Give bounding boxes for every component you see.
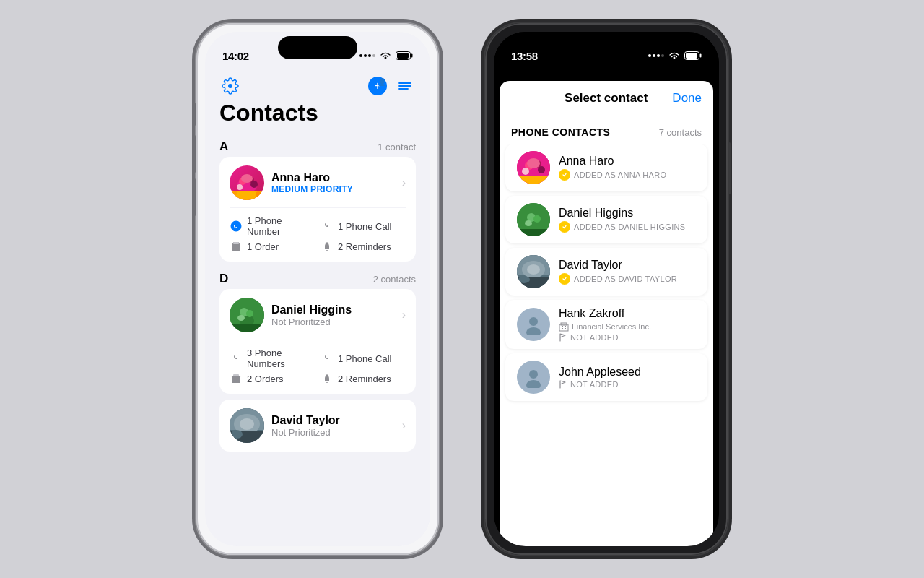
section-d-count: 2 contacts bbox=[373, 274, 416, 285]
subtitle-hank: Financial Services Inc. bbox=[572, 322, 651, 331]
flag-icon-hank bbox=[559, 333, 567, 342]
list-name-david: David Taylor bbox=[559, 259, 696, 272]
phone-contacts-label: Phone Contacts bbox=[511, 126, 610, 138]
svg-rect-67 bbox=[562, 328, 563, 329]
list-item-daniel[interactable]: Daniel Higgins Added as Daniel Higgins bbox=[505, 196, 707, 243]
signal-dot-d3 bbox=[657, 54, 660, 57]
phone-dark: 13:58 bbox=[484, 22, 729, 556]
svg-point-50 bbox=[533, 215, 541, 223]
dynamic-island bbox=[278, 36, 357, 59]
added-row-anna: Added as Anna Haro bbox=[559, 169, 696, 181]
mute-button bbox=[193, 103, 196, 126]
svg-point-57 bbox=[527, 264, 540, 275]
list-avatar-john bbox=[517, 361, 550, 394]
svg-point-19 bbox=[231, 221, 242, 232]
svg-rect-65 bbox=[562, 326, 563, 327]
svg-rect-39 bbox=[686, 53, 697, 59]
section-letter-d: D bbox=[219, 272, 228, 286]
svg-point-36 bbox=[231, 430, 243, 439]
dynamic-island-2 bbox=[567, 36, 646, 59]
section-a-header: A 1 contact bbox=[219, 135, 416, 157]
contact-row-daniel: Daniel Higgins Not Prioritized › bbox=[230, 298, 406, 332]
contact-card-daniel[interactable]: Daniel Higgins Not Prioritized › bbox=[219, 289, 416, 394]
list-item-anna[interactable]: Anna Haro Added as Anna Haro bbox=[505, 144, 707, 191]
modal-screen: Select contact Done Phone Contacts 7 con… bbox=[500, 81, 713, 546]
contact-name-david: David Taylor bbox=[271, 414, 395, 427]
list-info-hank: Hank Zakroff Financia bbox=[559, 307, 696, 342]
list-avatar-hank bbox=[517, 308, 550, 341]
list-info-daniel: Daniel Higgins Added as Daniel Higgins bbox=[559, 207, 696, 233]
contact-info-daniel: Daniel Higgins Not Prioritized bbox=[271, 303, 395, 327]
contact-card-anna[interactable]: Anna Haro Medium Priority › bbox=[219, 157, 416, 262]
detail-reminders-daniel: 2 Reminders bbox=[321, 372, 406, 385]
phone-gray-icon-3 bbox=[321, 352, 334, 365]
signal-dot-4 bbox=[372, 54, 375, 57]
svg-rect-52 bbox=[517, 229, 550, 236]
phone-screen-dark: 13:58 bbox=[494, 32, 719, 546]
contact-info-david: David Taylor Not Prioritized bbox=[271, 414, 395, 438]
order-text: 1 Order bbox=[247, 241, 279, 252]
svg-point-18 bbox=[256, 191, 261, 197]
modal-done-button[interactable]: Done bbox=[672, 91, 702, 105]
avatar-daniel bbox=[230, 298, 264, 332]
detail-orders-daniel: 2 Orders bbox=[230, 372, 315, 385]
chevron-anna: › bbox=[402, 176, 406, 189]
svg-point-15 bbox=[250, 181, 258, 188]
detail-reminder: 2 Reminders bbox=[321, 240, 406, 253]
list-info-anna: Anna Haro Added as Anna Haro bbox=[559, 155, 696, 181]
added-text-anna: Added as Anna Haro bbox=[574, 171, 666, 179]
svg-point-26 bbox=[246, 310, 253, 317]
phone-contacts-count: 7 contacts bbox=[659, 127, 702, 138]
phone-call-text: 1 Phone Call bbox=[338, 221, 391, 232]
added-row-david: Added as David Taylor bbox=[559, 273, 696, 285]
toolbar: + 👤 bbox=[219, 69, 416, 100]
section-letter-a: A bbox=[219, 139, 228, 154]
detail-phone-numbers-daniel: 3 Phone Numbers bbox=[230, 348, 315, 369]
modal-scroll: Anna Haro Added as Anna Haro bbox=[500, 144, 713, 535]
svg-point-44 bbox=[522, 168, 529, 175]
signal-dot-d4 bbox=[661, 54, 664, 57]
avatar-david bbox=[230, 408, 264, 443]
list-item-david[interactable]: David Taylor Added as David Taylor bbox=[505, 248, 707, 296]
flag-icon-john bbox=[559, 380, 567, 389]
screen-content-light: + 👤 bbox=[205, 69, 430, 546]
battery-icon bbox=[396, 51, 413, 60]
reminder-text: 2 Reminders bbox=[338, 241, 391, 252]
svg-rect-68 bbox=[565, 328, 566, 329]
contact-priority-david: Not Prioritized bbox=[271, 427, 395, 438]
contact-name-anna: Anna Haro bbox=[271, 171, 395, 184]
reminders-daniel-text: 2 Reminders bbox=[338, 374, 391, 384]
power-button-2 bbox=[728, 142, 731, 194]
contact-card-david[interactable]: David Taylor Not Prioritized › bbox=[219, 400, 416, 452]
list-item-john[interactable]: John Appleseed Not Added bbox=[505, 353, 707, 401]
svg-rect-30 bbox=[233, 374, 239, 376]
add-contact-icon[interactable]: + 👤 bbox=[367, 75, 388, 97]
list-item-hank[interactable]: Hank Zakroff Financia bbox=[505, 300, 707, 349]
list-filter-icon[interactable] bbox=[394, 75, 416, 97]
building-icon bbox=[559, 322, 569, 332]
contact-row-anna: Anna Haro Medium Priority › bbox=[230, 165, 406, 200]
not-added-text-john: Not Added bbox=[570, 380, 619, 389]
phone-contacts-header: Phone Contacts 7 contacts bbox=[500, 116, 713, 144]
phone-gray-icon-2 bbox=[230, 352, 243, 365]
svg-point-17 bbox=[233, 191, 237, 195]
contact-details-anna: 1 Phone Number 1 Phone Call bbox=[230, 207, 406, 253]
not-added-text-hank: Not Added bbox=[570, 333, 619, 342]
signal-dot-d2 bbox=[653, 54, 655, 57]
wifi-icon-dark bbox=[668, 51, 680, 60]
not-added-row-john: Not Added bbox=[559, 380, 696, 389]
settings-icon[interactable] bbox=[219, 75, 241, 97]
orders-daniel-text: 2 Orders bbox=[247, 374, 284, 384]
contact-details-daniel: 3 Phone Numbers 1 Phone Call bbox=[230, 340, 406, 385]
svg-point-51 bbox=[525, 220, 532, 226]
list-avatar-daniel bbox=[517, 203, 550, 236]
svg-rect-29 bbox=[232, 376, 240, 383]
not-added-row-hank: Not Added bbox=[559, 333, 696, 342]
added-badge-anna bbox=[559, 169, 570, 181]
battery-icon-dark bbox=[684, 51, 702, 60]
svg-rect-28 bbox=[230, 324, 264, 332]
power-button bbox=[440, 142, 442, 194]
modal-title: Select contact bbox=[565, 91, 648, 105]
svg-point-45 bbox=[538, 166, 545, 173]
svg-point-34 bbox=[240, 418, 254, 430]
